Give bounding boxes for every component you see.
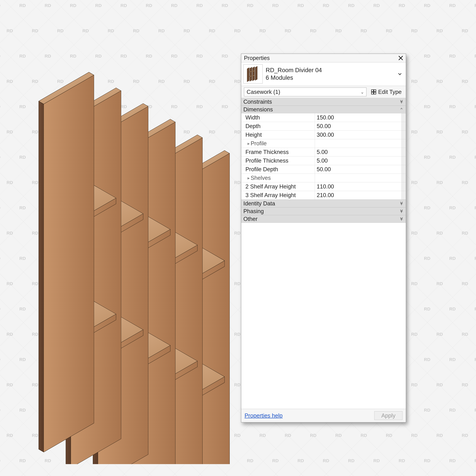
group-constraints-label: Constraints: [243, 99, 272, 105]
param-lock[interactable]: [402, 174, 406, 182]
svg-rect-58: [372, 92, 373, 94]
param-shelf-3-label: 3 Shelf Array Height: [241, 191, 315, 200]
param-width-value[interactable]: 150.00: [315, 113, 402, 122]
family-name: RD_Room Divider 04: [266, 67, 322, 73]
svg-marker-49: [250, 67, 252, 81]
param-lock[interactable]: [402, 113, 406, 122]
param-lock[interactable]: [402, 131, 406, 139]
param-profile-group-label: Profile: [241, 139, 315, 148]
expand-icon[interactable]: ¥: [399, 216, 404, 222]
edit-type-label: Edit Type: [378, 89, 402, 95]
param-profile-depth-value[interactable]: 50.00: [315, 165, 402, 174]
room-divider-3d: [18, 18, 256, 464]
expand-icon[interactable]: ¥: [399, 209, 404, 214]
edit-type-button[interactable]: Edit Type: [369, 88, 403, 96]
selector-row: Casework (1) ⌄ Edit Type: [241, 86, 406, 98]
properties-panel: Properties RD_Room Divider 04: [241, 53, 406, 423]
expand-icon[interactable]: ¥: [399, 99, 404, 104]
category-selector[interactable]: Casework (1) ⌄: [244, 87, 367, 96]
type-thumbnail: [243, 64, 263, 84]
svg-marker-47: [44, 75, 94, 452]
group-other[interactable]: Other ¥: [241, 215, 406, 223]
param-depth[interactable]: Depth 50.00: [241, 122, 406, 131]
param-profile-thickness-label: Profile Thickness: [241, 156, 315, 165]
panel-footer: Properties help Apply: [241, 409, 406, 422]
param-frame-thickness[interactable]: Frame Thickness 5.00: [241, 148, 406, 156]
param-depth-label: Depth: [241, 122, 315, 130]
apply-button[interactable]: Apply: [374, 411, 403, 420]
param-width[interactable]: Width 150.00: [241, 113, 406, 122]
svg-rect-59: [374, 92, 376, 94]
svg-marker-46: [39, 101, 44, 452]
properties-help-link[interactable]: Properties help: [245, 412, 283, 419]
param-lock[interactable]: [402, 182, 406, 191]
type-dropdown-caret[interactable]: [397, 71, 403, 77]
param-lock[interactable]: [402, 148, 406, 156]
param-profile-depth[interactable]: Profile Depth 50.00: [241, 165, 406, 174]
svg-rect-57: [374, 90, 376, 92]
panel-whitespace: [241, 223, 406, 409]
param-shelves-group-label: Shelves: [241, 174, 315, 182]
param-profile-group[interactable]: Profile: [241, 139, 406, 148]
svg-marker-51: [255, 66, 257, 81]
group-identity[interactable]: Identity Data ¥: [241, 200, 406, 207]
group-phasing[interactable]: Phasing ¥: [241, 207, 406, 215]
param-lock[interactable]: [402, 156, 406, 165]
group-dimensions-label: Dimensions: [243, 106, 273, 113]
param-lock[interactable]: [402, 165, 406, 174]
param-width-label: Width: [241, 113, 315, 122]
panel-title-text: Properties: [244, 55, 270, 61]
param-profile-thickness[interactable]: Profile Thickness 5.00: [241, 156, 406, 165]
close-icon[interactable]: [397, 55, 404, 61]
param-shelf-3-value[interactable]: 210.00: [315, 191, 402, 200]
panel-titlebar[interactable]: Properties: [241, 54, 406, 62]
param-lock[interactable]: [402, 122, 406, 130]
type-name: 6 Modules: [266, 74, 322, 81]
group-identity-label: Identity Data: [243, 200, 275, 207]
category-selector-label: Casework (1): [247, 89, 280, 95]
model-viewport[interactable]: [18, 18, 256, 464]
param-height-value[interactable]: 300.00: [315, 131, 402, 139]
group-dimensions[interactable]: Dimensions ⌃: [241, 106, 406, 113]
param-shelf-2-value[interactable]: 110.00: [315, 182, 402, 191]
param-profile-depth-label: Profile Depth: [241, 165, 315, 174]
param-shelves-group-value: [315, 174, 402, 182]
param-shelves-group[interactable]: Shelves: [241, 174, 406, 182]
param-shelf-3[interactable]: 3 Shelf Array Height 210.00: [241, 191, 406, 200]
param-shelf-2[interactable]: 2 Shelf Array Height 110.00: [241, 182, 406, 191]
group-other-label: Other: [243, 216, 257, 222]
param-frame-thickness-label: Frame Thickness: [241, 148, 315, 156]
svg-marker-50: [253, 67, 255, 81]
svg-rect-56: [372, 90, 373, 92]
type-header-text: RD_Room Divider 04 6 Modules: [266, 67, 322, 81]
param-profile-group-value: [315, 139, 402, 148]
collapse-icon[interactable]: ⌃: [399, 107, 404, 112]
chevron-down-icon: ⌄: [360, 89, 364, 95]
param-frame-thickness-value[interactable]: 5.00: [315, 148, 402, 156]
type-header: RD_Room Divider 04 6 Modules: [241, 62, 406, 86]
svg-marker-48: [247, 68, 249, 82]
param-profile-thickness-value[interactable]: 5.00: [315, 156, 402, 165]
param-lock[interactable]: [402, 191, 406, 200]
param-shelf-2-label: 2 Shelf Array Height: [241, 182, 315, 191]
param-height[interactable]: Height 300.00: [241, 131, 406, 139]
param-depth-value[interactable]: 50.00: [315, 122, 402, 130]
group-phasing-label: Phasing: [243, 208, 264, 215]
param-lock[interactable]: [402, 139, 406, 148]
param-height-label: Height: [241, 131, 315, 139]
expand-icon[interactable]: ¥: [399, 201, 404, 206]
group-constraints[interactable]: Constraints ¥: [241, 98, 406, 106]
